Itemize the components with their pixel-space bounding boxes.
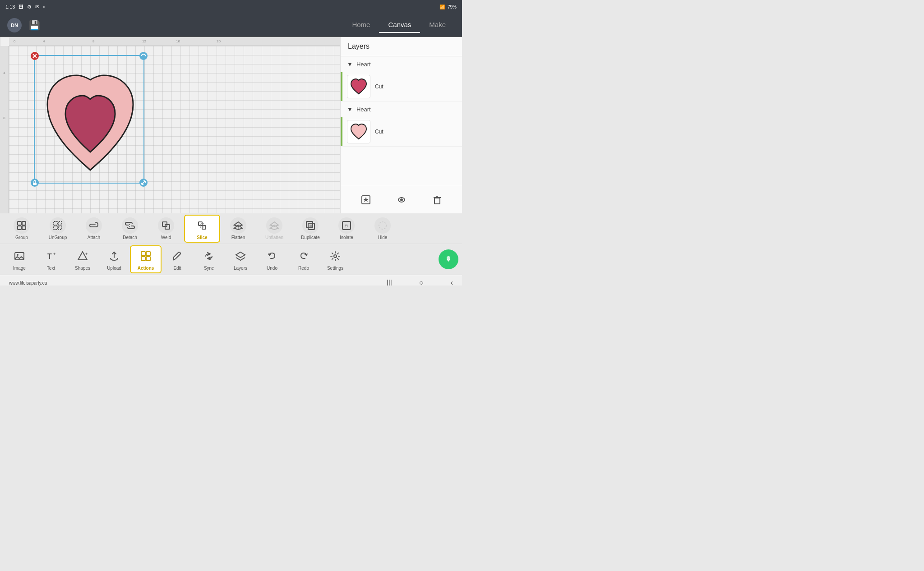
handle-close[interactable] — [31, 52, 39, 60]
main-layout: 0 4 8 12 16 20 4 8 — [0, 37, 462, 213]
photo-icon: 🖼 — [18, 4, 23, 9]
layer-item-1[interactable]: Cut — [341, 72, 462, 101]
canvas-area[interactable]: 0 4 8 12 16 20 4 8 — [0, 37, 340, 213]
home-icon[interactable]: ○ — [419, 279, 424, 286]
upload-label: Upload — [107, 266, 121, 271]
duplicate-label: Duplicate — [301, 235, 320, 240]
redo-label: Redo — [298, 266, 309, 271]
save-button[interactable]: 💾 — [27, 18, 42, 32]
redo-icon — [296, 248, 312, 264]
action-unflatten[interactable]: Unflatten — [256, 216, 292, 242]
dot-icon: • — [43, 4, 45, 9]
tool-undo[interactable]: Undo — [256, 246, 288, 272]
svg-rect-18 — [22, 226, 26, 230]
shapes-label: Shapes — [75, 266, 90, 271]
tool-settings[interactable]: Settings — [319, 246, 351, 272]
nav-canvas[interactable]: Canvas — [379, 17, 420, 33]
ruler-mark-16: 16 — [176, 39, 180, 43]
layer-visibility-button[interactable] — [393, 192, 410, 208]
tool-actions[interactable]: Actions — [130, 245, 162, 273]
tool-shapes[interactable]: + Shapes — [67, 246, 98, 272]
tool-upload[interactable]: Upload — [98, 246, 130, 272]
handle-rotate[interactable] — [139, 52, 148, 60]
wifi-icon: 📶 — [439, 5, 445, 9]
action-slice[interactable]: Slice — [184, 215, 220, 243]
layer-delete-button[interactable] — [429, 192, 445, 208]
layers-label: Layers — [234, 266, 247, 271]
svg-rect-49 — [146, 257, 150, 261]
tool-edit[interactable]: Edit — [162, 246, 193, 272]
tool-sync[interactable]: Sync — [193, 246, 225, 272]
action-detach[interactable]: Detach — [112, 216, 148, 242]
ruler-left-4: 4 — [3, 71, 5, 75]
image-icon: + — [11, 248, 28, 264]
action-duplicate[interactable]: Duplicate — [292, 216, 328, 242]
action-flatten[interactable]: Flatten — [220, 216, 256, 242]
svg-marker-29 — [234, 222, 242, 226]
attach-icon — [86, 217, 102, 234]
svg-rect-19 — [54, 221, 57, 225]
main-toolbar: + Image T+ Text + Shapes Upload Actions … — [0, 244, 462, 275]
duplicate-icon — [302, 217, 319, 234]
tool-redo[interactable]: Redo — [288, 246, 319, 272]
ruler-left-8: 8 — [3, 116, 5, 120]
nav-make[interactable]: Make — [420, 17, 455, 33]
ruler-mark-20: 20 — [217, 39, 221, 43]
handle-resize[interactable] — [139, 179, 148, 187]
action-group[interactable]: Group — [4, 216, 40, 242]
nav-home[interactable]: Home — [343, 17, 379, 33]
website-text: www.lifeisaparty.ca — [9, 281, 47, 286]
chevron-icon-1: ▼ — [347, 61, 353, 68]
unflatten-label: Unflatten — [265, 235, 283, 240]
action-ungroup[interactable]: UnGroup — [40, 216, 76, 242]
ruler-top: 0 4 8 12 16 20 — [9, 37, 340, 46]
action-isolate[interactable]: EI Isolate — [328, 216, 365, 242]
layer-group-2-header[interactable]: ▼ Heart — [341, 101, 462, 117]
layer-thumb-1 — [347, 75, 370, 98]
svg-text:+: + — [85, 252, 88, 256]
tool-layers[interactable]: Layers — [225, 246, 256, 272]
header-bar: DN 💾 Home Canvas Make — [0, 14, 462, 37]
ruler-mark-12: 12 — [142, 39, 146, 43]
svg-rect-3 — [33, 183, 37, 185]
status-bar: 1:13 🖼 ⚙ ✉ • 📶 79% — [0, 0, 462, 14]
layer-starred-button[interactable] — [358, 192, 374, 208]
layers-icon — [232, 248, 249, 264]
handle-lock[interactable] — [31, 179, 39, 187]
undo-label: Undo — [267, 266, 277, 271]
hide-label: Hide — [378, 235, 388, 240]
weld-icon — [158, 217, 174, 234]
ruler-mark-0: 0 — [14, 39, 15, 43]
make-it-button[interactable] — [439, 249, 458, 269]
action-attach[interactable]: Attach — [76, 216, 112, 242]
menu-icon[interactable]: ||| — [387, 279, 392, 286]
ruler-mark-4: 4 — [43, 39, 45, 43]
ungroup-icon — [50, 217, 66, 234]
svg-rect-47 — [146, 252, 150, 256]
bottom-nav: www.lifeisaparty.ca ||| ○ ‹ — [0, 275, 462, 286]
tool-image[interactable]: + Image — [4, 246, 35, 272]
ruler-left: 4 8 — [0, 46, 9, 213]
layer-actions — [341, 186, 462, 213]
flatten-icon — [230, 217, 246, 234]
ruler-mark-8: 8 — [92, 39, 94, 43]
action-weld[interactable]: Weld — [148, 216, 184, 242]
image-label: Image — [13, 266, 26, 271]
svg-marker-32 — [270, 222, 278, 226]
action-hide[interactable]: Hide — [365, 216, 401, 242]
mail-icon: ✉ — [35, 4, 39, 10]
status-right: 📶 79% — [439, 5, 457, 9]
layer-item-2[interactable]: Cut — [341, 117, 462, 146]
shapes-icon: + — [74, 248, 91, 264]
battery: 79% — [448, 5, 457, 9]
svg-marker-50 — [236, 252, 245, 258]
chevron-icon-2: ▼ — [347, 106, 353, 113]
slice-label: Slice — [197, 235, 207, 240]
back-icon[interactable]: ‹ — [451, 279, 453, 286]
layer-item-2-label: Cut — [375, 129, 383, 135]
tool-text[interactable]: T+ Text — [35, 246, 67, 272]
layer-group-2: ▼ Heart Cut — [341, 101, 462, 147]
layer-group-1-header[interactable]: ▼ Heart — [341, 56, 462, 72]
svg-rect-20 — [58, 221, 62, 225]
avatar[interactable]: DN — [7, 18, 22, 32]
